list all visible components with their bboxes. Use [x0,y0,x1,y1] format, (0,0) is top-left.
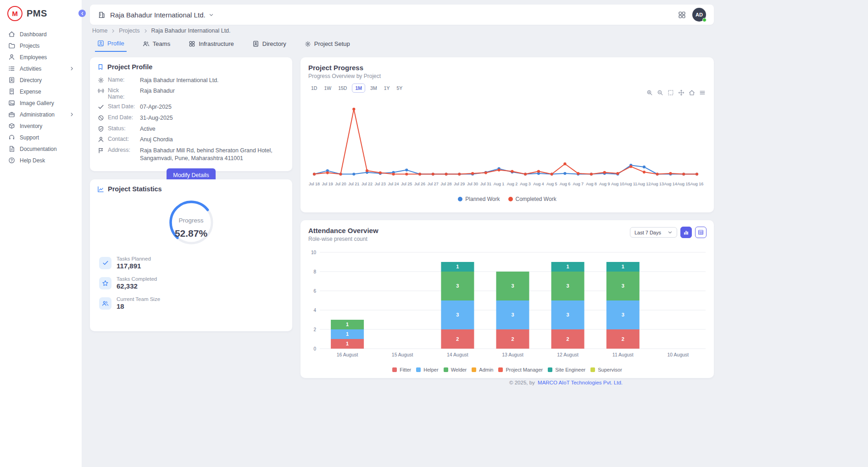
svg-text:Jul 28: Jul 28 [441,182,452,186]
sidebar-item-employees[interactable]: Employees [0,51,82,63]
user-avatar[interactable]: AD [692,8,706,22]
sidebar-item-dashboard[interactable]: Dashboard [0,28,82,40]
svg-text:10 August: 10 August [668,352,689,357]
attendance-controls: Last 7 Days [630,227,707,238]
breadcrumb-item-home[interactable]: Home [92,28,107,34]
building-icon [98,11,106,19]
tab-teams[interactable]: Teams [140,39,172,52]
sidebar-item-inventory[interactable]: Inventory [0,120,82,132]
company-link[interactable]: MARCO AIoT Technologies Pvt. Ltd. [538,380,623,385]
svg-text:Aug 2: Aug 2 [507,182,518,186]
menu-icon[interactable] [699,89,706,96]
apps-grid-icon[interactable] [678,11,686,19]
legend-item-welder[interactable]: Welder [444,367,467,372]
legend-swatch [416,367,421,372]
sidebar-collapse-button[interactable] [78,10,86,17]
field-label: End Date: [108,114,136,121]
chart-view-button[interactable] [680,227,692,238]
attendance-legend: FitterHelperWelderAdminProject ManagerSi… [300,367,714,372]
legend-item-project-manager[interactable]: Project Manager [498,367,543,372]
sidebar-item-administration[interactable]: Administration [0,109,82,120]
range-1w-button[interactable]: 1W [322,84,333,92]
svg-text:16 August: 16 August [337,352,358,357]
range-15d-button[interactable]: 15D [336,84,349,92]
breadcrumb-item-raja-bahadur-international-ltd[interactable]: Raja Bahadur International Ltd. [151,28,231,34]
range-5y-button[interactable]: 5Y [395,84,404,92]
svg-text:Aug 12: Aug 12 [638,182,651,186]
range-1m-button[interactable]: 1M [352,83,365,93]
legend-item-completed-work[interactable]: Completed Work [508,196,556,202]
pan-icon[interactable] [678,89,684,96]
svg-text:Aug 7: Aug 7 [573,182,584,186]
sidebar-item-image-gallery[interactable]: Image Gallery [0,97,82,109]
legend-item-helper[interactable]: Helper [416,367,438,372]
svg-text:Aug 5: Aug 5 [546,182,557,186]
svg-text:Aug 8: Aug 8 [586,182,597,186]
sidebar-item-documentation[interactable]: Documentation [0,143,82,155]
tab-profile[interactable]: Profile [95,39,127,52]
breadcrumb-item-projects[interactable]: Projects [119,28,139,34]
zoom-in-icon[interactable] [646,89,653,96]
svg-text:Aug 3: Aug 3 [520,182,531,186]
field-value: Raja Bahadur International Ltd. [140,77,219,84]
profile-field-contact: Contact:Anuj Chordia [90,134,292,145]
svg-text:1: 1 [567,264,569,269]
legend-item-site-engineer[interactable]: Site Engineer [548,367,585,372]
svg-text:2: 2 [313,327,316,332]
tab-label: Directory [262,40,286,47]
footer: © 2025, by MARCO AIoT Technologies Pvt. … [90,380,623,385]
legend-item-admin[interactable]: Admin [472,367,493,372]
legend-item-planned-work[interactable]: Planned Work [458,196,500,202]
svg-text:Jul 31: Jul 31 [480,182,491,186]
sidebar-item-help-desk[interactable]: Help Desk [0,155,82,166]
svg-text:2: 2 [511,336,514,342]
company-selector[interactable]: Raja Bahadur International Ltd. [110,11,206,19]
tab-infrastructure[interactable]: Infrastructure [186,39,236,52]
legend-label: Planned Work [465,196,500,202]
sidebar-item-expense[interactable]: Expense [0,86,82,97]
legend-swatch [498,367,503,372]
selection-icon[interactable] [668,89,674,96]
activities-icon [8,65,15,72]
svg-text:3: 3 [456,312,459,317]
range-1d-button[interactable]: 1D [309,84,319,92]
expense-icon [8,88,15,95]
profile-field-name: Name:Raja Bahadur International Ltd. [90,75,292,86]
chevron-down-icon[interactable] [209,12,214,17]
stat-label: Current Team Size [117,296,160,302]
legend-item-supervisor[interactable]: Supervisor [590,367,622,372]
table-view-button[interactable] [695,227,707,238]
svg-text:Jul 29: Jul 29 [454,182,465,186]
svg-text:2: 2 [622,336,624,342]
app-logo-text: PMS [27,8,47,19]
stat-value: 62,332 [117,282,157,290]
svg-text:4: 4 [313,308,316,313]
profile-field-address: Address:Raja Bahadur Mill Rd, behind She… [90,145,292,164]
svg-text:Jul 25: Jul 25 [401,182,412,186]
stat-current-team-size: Current Team Size18 [90,293,292,313]
date-range-select[interactable]: Last 7 Days [630,227,677,238]
range-1y-button[interactable]: 1Y [382,84,392,92]
profile-card-title-row: Project Profile [90,57,292,75]
zoom-out-icon[interactable] [657,89,663,96]
field-label: Address: [108,147,136,153]
range-3m-button[interactable]: 3M [368,84,379,92]
tab-project-setup[interactable]: Project Setup [302,39,352,52]
sidebar-item-label: Projects [20,43,39,49]
svg-text:12 August: 12 August [557,352,579,357]
home-icon[interactable] [689,89,695,96]
app-logo[interactable]: M PMS [0,0,82,26]
field-value: 31-Aug-2025 [140,114,173,122]
legend-item-fitter[interactable]: Fitter [392,367,411,372]
progress-gauge: Progress 52.87% [166,197,217,248]
broadcast-icon [97,88,104,94]
sidebar-item-support[interactable]: Support [0,132,82,143]
sidebar-item-activities[interactable]: Activities [0,63,82,74]
svg-text:14 August: 14 August [447,352,468,357]
sidebar-item-label: Expense [20,89,41,95]
tab-directory[interactable]: Directory [250,39,289,52]
sidebar-item-directory[interactable]: Directory [0,74,82,86]
svg-text:Jul 30: Jul 30 [467,182,478,186]
sidebar-item-projects[interactable]: Projects [0,40,82,51]
sidebar-item-label: Help Desk [20,157,45,164]
